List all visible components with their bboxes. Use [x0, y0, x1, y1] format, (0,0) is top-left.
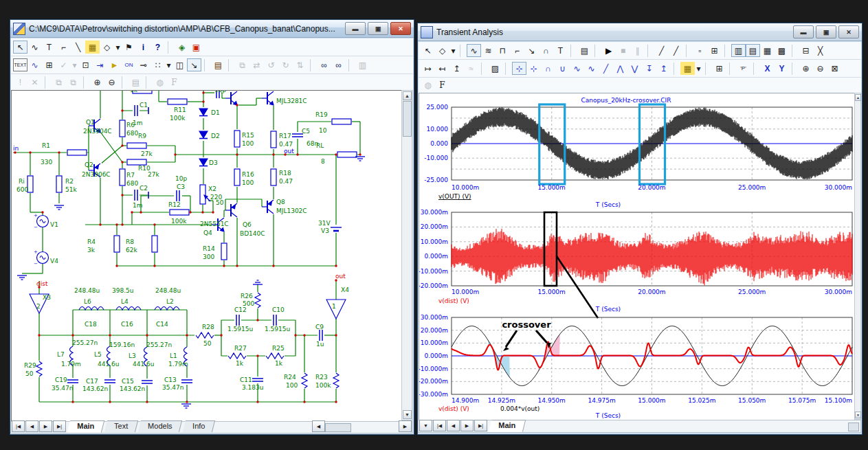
find-next-icon[interactable]: ∞ [331, 58, 346, 71]
tab-main[interactable]: Main [67, 420, 105, 433]
last-page-button[interactable]: ▶| [474, 420, 487, 431]
schematic-canvas[interactable]: +−+−1k10pC11mR11100kQ12N3904CR6680R927ki… [11, 90, 403, 422]
polyline-tool[interactable]: ╱ [669, 44, 683, 57]
select-tool[interactable]: ↖ [421, 44, 435, 57]
page-dropdown-button[interactable]: ▼ [419, 420, 432, 431]
select-tool[interactable]: ↖ [13, 41, 27, 54]
globe-icon[interactable]: ◍ [153, 76, 167, 89]
both-grids-icon[interactable]: ▦ [760, 44, 775, 57]
next-page-button[interactable]: ▶ [460, 420, 474, 431]
properties-icon[interactable]: ▤ [577, 44, 592, 57]
next-page-button[interactable]: ▶ [39, 420, 52, 432]
smoothing-icon[interactable]: ≈ [464, 62, 478, 75]
globe-icon[interactable]: ◍ [421, 79, 435, 92]
vertical-grids-icon[interactable]: ▥ [731, 44, 746, 57]
zoom-in-icon[interactable]: ⊕ [799, 62, 813, 75]
maximize-button[interactable]: ▣ [368, 22, 388, 35]
grid-dropdown[interactable]: ▾ [165, 58, 173, 71]
stop-button[interactable]: ■ [616, 44, 630, 57]
state-icon[interactable]: ON [122, 58, 136, 71]
web-info-icon[interactable]: ◈ [175, 41, 189, 54]
tab-info[interactable]: Info [183, 420, 216, 432]
power-icon[interactable]: ► [107, 58, 122, 71]
horizontal-grids-icon[interactable]: ▤ [746, 44, 760, 57]
tab-models[interactable]: Models [138, 420, 183, 432]
top-icon[interactable]: ↥ [656, 62, 671, 75]
flip-y-icon[interactable]: ⇅ [293, 58, 307, 71]
part-dropdown[interactable]: ▾ [114, 41, 122, 54]
data-points-icon[interactable]: ▫ [693, 44, 707, 57]
component-tool[interactable]: ▦ [85, 41, 100, 54]
hscroll-left-button[interactable]: ◀ [312, 420, 325, 432]
find-icon[interactable]: ∞ [317, 58, 331, 71]
bottom-icon[interactable]: ↧ [642, 62, 656, 75]
design-checker-icon[interactable]: ▥ [355, 58, 370, 71]
wire-mode-icon[interactable]: ∿ [27, 41, 42, 54]
previous-data-point-icon[interactable]: ↤ [435, 62, 449, 75]
scroll-down-button[interactable]: ▼ [403, 410, 412, 419]
tokens-icon[interactable]: ⊞ [707, 44, 722, 57]
grid-icon[interactable]: ∷ [151, 58, 165, 71]
first-page-button[interactable]: |◀ [433, 420, 446, 431]
font-icon[interactable]: F [435, 79, 449, 92]
schematic-titlebar[interactable]: C:\MC9\DATA\Petrov\switching distortion\… [10, 20, 414, 38]
low-icon[interactable]: ∿ [584, 62, 599, 75]
step-box-icon[interactable]: ⧉ [235, 58, 249, 71]
first-page-button[interactable]: |◀ [12, 420, 25, 432]
cursor-mode-icon[interactable]: ≋ [481, 44, 496, 57]
global-high-icon[interactable]: ⋀ [613, 62, 627, 75]
prev-page-button[interactable]: ◀ [25, 420, 38, 432]
next-data-point-icon[interactable]: ↦ [421, 62, 435, 75]
attributes-icon[interactable]: ▤ [211, 58, 225, 71]
graph-paper-icon[interactable]: ⊟ [799, 44, 813, 57]
slope-icon[interactable]: ╳ [813, 44, 827, 57]
connect-mode-icon[interactable]: ↘ [187, 58, 201, 71]
schematic-vscrollbar[interactable]: ▲ ▼ [401, 90, 412, 420]
hscroll-thumb[interactable] [848, 423, 859, 431]
scale-y-icon[interactable]: Y [775, 62, 789, 75]
numeric-output-icon[interactable]: ⊞ [712, 62, 726, 75]
minimize-button[interactable]: ▬ [793, 25, 814, 38]
fault-toggle-icon[interactable]: ▣ [189, 41, 203, 54]
function-tag-icon[interactable]: ∩ [539, 44, 553, 57]
peak-icon[interactable]: ∩ [541, 62, 555, 75]
horizontal-tag-icon[interactable]: ⌐ [510, 44, 524, 57]
run-button[interactable]: ▶ [601, 44, 616, 57]
show-values-icon[interactable]: ∿ [27, 58, 42, 71]
buffer-dropdown[interactable]: ▾ [695, 62, 702, 75]
help-mode-tool[interactable]: ? [151, 41, 165, 54]
clear-errors-icon[interactable]: ✕ [27, 76, 42, 89]
waveform-buffer-icon[interactable]: ▦ [680, 62, 695, 75]
mirror-icon[interactable]: ⇄ [249, 58, 264, 71]
tab-main[interactable]: Main [489, 420, 526, 432]
rotate-icon[interactable]: ↺ [264, 58, 278, 71]
close-button[interactable]: ✕ [390, 22, 411, 35]
hscroll-thumb[interactable] [325, 423, 351, 432]
inflection-icon[interactable]: ╱ [599, 62, 613, 75]
info-tool[interactable]: i [136, 41, 151, 54]
periodic-steady-state-icon[interactable]: 'P' [736, 62, 750, 75]
point-tag-icon[interactable]: ⊓ [496, 44, 510, 57]
zoom-in-icon[interactable]: ⊕ [90, 76, 104, 89]
graphics-tool[interactable]: ◇ [435, 44, 449, 57]
performance-tag-icon[interactable]: ↘ [524, 44, 539, 57]
wire-tool[interactable]: ⌐ [56, 41, 71, 54]
text-tool[interactable]: T [553, 44, 568, 57]
scroll-up-button[interactable]: ▲ [855, 94, 861, 101]
hscroll-right-button[interactable]: ▶ [399, 420, 412, 432]
zoom-box-icon[interactable]: ⊠ [827, 62, 842, 75]
node-numbers-icon[interactable]: ⊞ [42, 58, 56, 71]
close-button[interactable]: ✕ [838, 25, 859, 38]
copy-page-icon[interactable]: ⧉ [66, 76, 80, 89]
scroll-up-button[interactable]: ▲ [403, 91, 412, 100]
vip-dropdown[interactable]: ▾ [71, 58, 78, 71]
line-tool[interactable]: ╱ [654, 44, 669, 57]
film-icon[interactable]: ▤ [129, 76, 143, 89]
vip-check-icon[interactable]: ✓ [56, 58, 71, 71]
copy-picture-icon[interactable]: ⧉ [52, 76, 66, 89]
error-icon[interactable]: ! [13, 76, 27, 89]
maximize-button[interactable]: ▣ [816, 25, 836, 38]
high-icon[interactable]: ∿ [570, 62, 584, 75]
zoom-out-icon[interactable]: ⊖ [104, 76, 119, 89]
pin-numbers-icon[interactable]: ⊡ [78, 58, 93, 71]
